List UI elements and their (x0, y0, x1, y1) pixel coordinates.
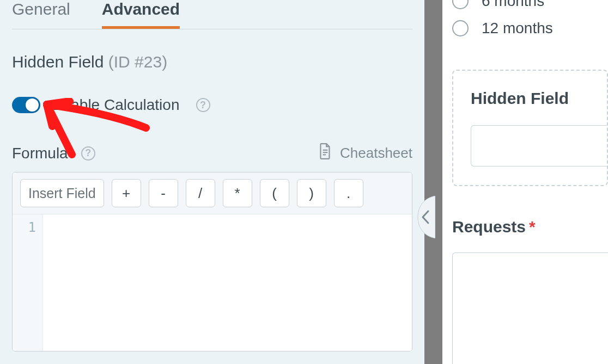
enable-calculation-label: Enable Calculation (52, 96, 180, 114)
radio-icon (452, 20, 469, 36)
op-dot-button[interactable]: . (334, 179, 363, 207)
tabs: General Advanced (0, 0, 424, 29)
toggle-knob (26, 98, 39, 112)
option-6-months[interactable]: 6 months (452, 0, 608, 10)
op-lparen-button[interactable]: ( (260, 179, 289, 207)
tab-advanced[interactable]: Advanced (102, 0, 180, 29)
formula-toolbar: Insert Field + - / * ( ) . (13, 172, 412, 214)
code-area: 1 (13, 214, 412, 351)
op-multiply-button[interactable]: * (223, 179, 252, 207)
field-type-name: Hidden Field (12, 53, 104, 71)
help-icon[interactable]: ? (196, 98, 210, 112)
formula-label: Formula (12, 145, 68, 162)
hidden-field-preview[interactable]: Hidden Field (452, 70, 608, 186)
op-plus-button[interactable]: + (112, 179, 141, 207)
cheatsheet-text: Cheatsheet (340, 145, 412, 162)
formula-textarea[interactable] (43, 214, 412, 351)
tab-general[interactable]: General (12, 0, 70, 29)
option-label: 12 months (482, 20, 553, 37)
document-icon (318, 143, 332, 163)
insert-field-button[interactable]: Insert Field (20, 179, 104, 207)
radio-icon (452, 0, 469, 9)
options-group: 6 months 12 months (452, 0, 608, 37)
option-label: 6 months (482, 0, 544, 10)
panel-divider (424, 0, 442, 364)
enable-calculation-row: Enable Calculation ? (12, 96, 412, 114)
hidden-field-input[interactable] (471, 125, 607, 166)
op-divide-button[interactable]: / (186, 179, 215, 207)
field-heading: Hidden Field (ID #23) (12, 53, 412, 71)
requests-label: Requests* (452, 218, 608, 236)
collapse-handle[interactable] (417, 196, 434, 237)
enable-calculation-toggle[interactable] (12, 97, 40, 113)
tabs-underline (12, 29, 412, 29)
requests-textarea[interactable] (452, 252, 608, 364)
field-settings-panel: General Advanced Hidden Field (ID #23) E… (0, 0, 424, 364)
cheatsheet-link[interactable]: Cheatsheet (318, 143, 412, 163)
formula-row: Formula ? Cheatsheet (12, 143, 412, 163)
hidden-field-title: Hidden Field (471, 89, 607, 108)
option-12-months[interactable]: 12 months (452, 20, 608, 37)
op-rparen-button[interactable]: ) (297, 179, 326, 207)
formula-editor: Insert Field + - / * ( ) . 1 (12, 172, 412, 351)
op-minus-button[interactable]: - (149, 179, 178, 207)
line-number-gutter: 1 (13, 214, 43, 351)
required-asterisk: * (529, 218, 536, 236)
field-id: (ID #23) (108, 53, 167, 71)
form-preview-panel: 6 months 12 months Hidden Field Requests… (442, 0, 608, 364)
help-icon[interactable]: ? (81, 146, 95, 161)
